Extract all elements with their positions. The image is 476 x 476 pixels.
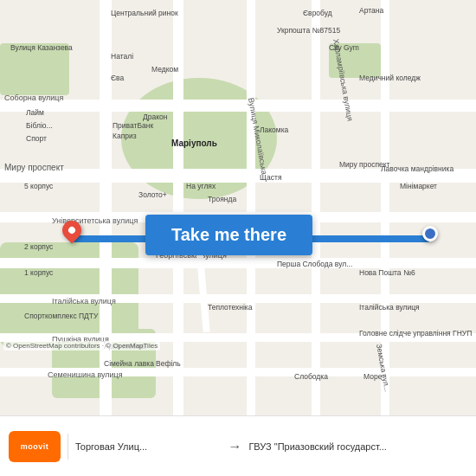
label-persha-sloboda: Перша Слобода вул... [277, 260, 352, 268]
label-miru: Миру проспект [4, 163, 64, 172]
label-lavochka: Лавочка мандрівника [381, 164, 453, 173]
label-slobodka: Слободка [294, 372, 328, 381]
label-natali: Наталі [111, 52, 133, 61]
label-soborn: Соборна вулиця [4, 93, 63, 102]
label-korpus2: 2 корпус [24, 242, 53, 251]
moovit-logo: moovit [9, 431, 61, 462]
road-vertical-3 [247, 0, 255, 415]
label-vefel: Вефіль [156, 359, 181, 368]
label-italiyska: Італійська вулиця [52, 297, 116, 306]
label-nova-poshta: Нова Пошта №6 [359, 268, 415, 277]
label-golovne: Головне слідче управління ГНУП [359, 329, 472, 338]
label-miru-right: Миру проспект [339, 160, 389, 169]
label-schastya: Щастя [260, 173, 282, 182]
label-italiyska-right: Італійська вулиця [359, 303, 420, 312]
label-biblio: Бібліо... [26, 121, 53, 130]
label-medkom: Медком [151, 65, 178, 74]
destination-marker [422, 226, 438, 241]
label-mariupol: Маріуполь [171, 138, 217, 148]
map-view[interactable]: Соборна вулиця Миру проспект Університет… [0, 0, 476, 415]
label-artana: Артана [359, 6, 383, 15]
take-me-there-button[interactable]: Take me there [145, 215, 312, 255]
road-vertical-1 [100, 0, 112, 415]
label-medkolej: Медичний коледж [359, 74, 421, 82]
road-vertical-2 [173, 0, 183, 415]
separator [68, 434, 68, 460]
label-teplotehnika: Теплотехніка [208, 303, 252, 312]
label-evrobud: Євробуд [303, 9, 332, 17]
label-laym: Лайм [26, 108, 44, 117]
label-minimarket: Мінімаркет [400, 182, 437, 190]
label-sport: Спорт [26, 134, 47, 143]
label-troyanda: Троянда [208, 195, 236, 203]
label-gold: Золото+ [138, 190, 167, 199]
label-kapryz: Каприз [113, 132, 137, 140]
route-arrow-icon: → [228, 439, 241, 454]
label-kazanzeva: Вулиця Казанзева [10, 43, 73, 52]
label-lakomka: Лакомка [260, 125, 288, 134]
label-korpus5: 5 корпус [24, 182, 53, 190]
label-korpus1: 1 корпус [24, 268, 53, 277]
road-vertical-4 [312, 0, 320, 415]
label-citygym: City Gym [329, 43, 359, 52]
bottom-bar: moovit Торговая Улиц... → ГВУЗ "Приазовс… [0, 415, 476, 476]
label-ukrposhta: Укрпошта №87515 [277, 26, 340, 35]
label-semenyshyna: Семенишина вулиця [48, 370, 123, 379]
label-na-uglakh: На углях [186, 182, 215, 190]
label-semeylavka: Сімейна лавка [104, 359, 154, 368]
label-eva: Єва [111, 74, 124, 82]
road-georgiivska [0, 258, 476, 268]
label-privatbank: ПриватБанк [113, 121, 153, 130]
map-attribution: © OpenStreetMap contributors · © OpenMap… [3, 341, 160, 351]
moovit-logo-text: moovit [21, 442, 49, 451]
route-from-label: Торговая Улиц... [75, 441, 221, 452]
label-centrynyi: Центральний ринок [111, 9, 178, 17]
road-saborn [0, 100, 476, 112]
label-sporthcomplex: Спорткомплекс ПДТУ [24, 312, 98, 320]
route-to-label: ГВУЗ "Приазовский государст... [248, 441, 467, 452]
label-drakon: Дракон [143, 113, 167, 121]
